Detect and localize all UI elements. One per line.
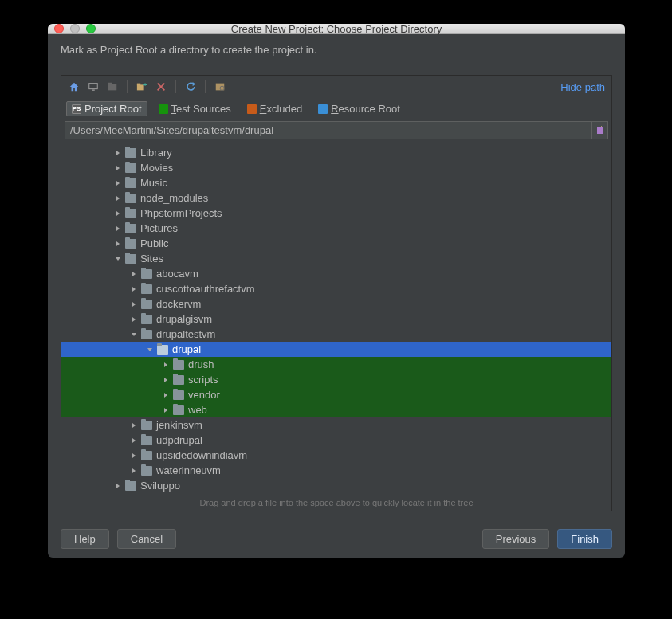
chevron-right-icon[interactable]: [130, 270, 138, 278]
hide-path-link[interactable]: Hide path: [560, 81, 605, 93]
tree-node-label: upsidedownindiavm: [156, 449, 247, 461]
chevron-right-icon[interactable]: [114, 225, 122, 233]
chevron-right-icon[interactable]: [130, 285, 138, 293]
folder-icon: [141, 436, 152, 445]
folder-icon: [125, 178, 136, 188]
resource-root-chip[interactable]: Resource Root: [313, 102, 405, 116]
chevron-down-icon[interactable]: [114, 255, 122, 263]
chevron-right-icon[interactable]: [130, 437, 138, 445]
chevron-right-icon[interactable]: [162, 376, 170, 384]
cancel-button[interactable]: Cancel: [117, 529, 176, 549]
tree-node[interactable]: drush: [61, 357, 611, 372]
chevron-right-icon[interactable]: [114, 194, 122, 202]
resource-root-icon: [318, 104, 328, 114]
tree-node[interactable]: drupaltestvm: [61, 327, 611, 342]
tree-node[interactable]: dockervm: [61, 296, 611, 311]
chevron-right-icon[interactable]: [162, 406, 170, 414]
tree-node[interactable]: drupalgisvm: [61, 311, 611, 327]
tree-node[interactable]: drupal: [61, 342, 611, 357]
delete-icon[interactable]: [155, 80, 167, 93]
new-folder-icon[interactable]: +: [136, 80, 148, 93]
tree-node[interactable]: vendor: [61, 387, 611, 402]
tree-node-label: Sites: [140, 253, 163, 264]
path-row: [65, 121, 608, 139]
folder-icon: [173, 390, 184, 400]
chevron-right-icon[interactable]: [114, 149, 122, 157]
previous-button[interactable]: Previous: [482, 529, 550, 549]
tree-node-label: node_modules: [140, 192, 208, 204]
chevron-right-icon[interactable]: [130, 452, 138, 460]
help-button[interactable]: Help: [61, 529, 109, 549]
tree-node[interactable]: Public: [61, 236, 611, 251]
tree-node[interactable]: PhpstormProjects: [61, 206, 611, 221]
tree-node[interactable]: upsidedownindiavm: [61, 448, 611, 463]
folder-icon: [141, 315, 152, 324]
refresh-icon[interactable]: [184, 80, 197, 93]
finish-button[interactable]: Finish: [557, 529, 612, 549]
close-window-button[interactable]: [54, 24, 64, 33]
desktop-icon[interactable]: [87, 80, 100, 93]
window-title: Create New Project: Choose Project Direc…: [48, 24, 625, 35]
tree-node[interactable]: Sviluppo: [61, 478, 611, 493]
chevron-right-icon[interactable]: [130, 300, 138, 308]
footer: Help Cancel Previous Finish: [48, 521, 625, 558]
tree-node[interactable]: abocavm: [61, 266, 611, 281]
project-root-chip[interactable]: PS Project Root: [66, 101, 147, 116]
chevron-right-icon[interactable]: [162, 361, 170, 369]
test-sources-chip[interactable]: Test Sources: [154, 102, 236, 116]
tree-node-label: jenkinsvm: [156, 419, 202, 431]
tree-node[interactable]: Movies: [61, 160, 611, 175]
chevron-down-icon[interactable]: [146, 346, 154, 354]
chevron-right-icon[interactable]: [130, 467, 138, 475]
svg-rect-0: [89, 84, 98, 89]
tree-node-label: udpdrupal: [156, 434, 202, 446]
chevron-right-icon[interactable]: [114, 210, 122, 217]
tree-node[interactable]: web: [61, 402, 611, 417]
folder-icon: [125, 481, 136, 491]
chevron-right-icon[interactable]: [114, 164, 122, 172]
chip-label: Excluded: [260, 103, 302, 115]
project-icon[interactable]: [106, 80, 119, 93]
chevron-down-icon[interactable]: [130, 331, 138, 339]
maximize-window-button[interactable]: [86, 24, 96, 33]
chip-label: Resource Root: [331, 103, 400, 115]
tree-node[interactable]: cuscottoauthrefactvm: [61, 281, 611, 296]
tree-node[interactable]: Music: [61, 175, 611, 190]
folder-icon: [141, 451, 152, 460]
tree-node[interactable]: Library: [61, 145, 611, 160]
tree-node[interactable]: scripts: [61, 372, 611, 387]
path-history-button[interactable]: [592, 121, 608, 139]
chevron-right-icon[interactable]: [162, 391, 170, 399]
folder-icon: [141, 300, 152, 309]
show-hidden-icon[interactable]: [214, 80, 226, 93]
tree-node[interactable]: node_modules: [61, 190, 611, 206]
tree-node[interactable]: Sites: [61, 251, 611, 266]
path-input[interactable]: [65, 121, 592, 139]
minimize-window-button[interactable]: [70, 24, 80, 33]
home-icon[interactable]: [68, 80, 81, 93]
traffic-lights: [54, 24, 96, 33]
chip-label: Project Root: [84, 103, 142, 115]
tree-node-label: Pictures: [140, 222, 178, 234]
titlebar: Create New Project: Choose Project Direc…: [48, 24, 625, 34]
folder-icon: [141, 421, 152, 430]
excluded-chip[interactable]: Excluded: [242, 102, 307, 116]
chevron-right-icon[interactable]: [130, 315, 138, 323]
tree-node-label: drupal: [172, 343, 201, 355]
tree-node[interactable]: udpdrupal: [61, 433, 611, 448]
folder-icon: [141, 284, 152, 294]
folder-icon: [125, 148, 136, 158]
directory-tree[interactable]: LibraryMoviesMusicnode_modulesPhpstormPr…: [61, 143, 611, 493]
chevron-right-icon[interactable]: [114, 179, 122, 187]
toolbar: + Hide path: [61, 76, 611, 98]
tree-node[interactable]: Pictures: [61, 221, 611, 236]
tree-node[interactable]: jenkinsvm: [61, 417, 611, 433]
instruction-text: Mark as Project Root a directory to crea…: [48, 34, 625, 56]
chevron-right-icon[interactable]: [114, 482, 122, 490]
tree-node-label: abocavm: [156, 268, 198, 280]
tree-node[interactable]: waterinneuvm: [61, 463, 611, 478]
folder-icon: [125, 224, 136, 233]
chevron-right-icon[interactable]: [114, 240, 122, 248]
folder-icon: [141, 269, 152, 279]
chevron-right-icon[interactable]: [130, 421, 138, 429]
